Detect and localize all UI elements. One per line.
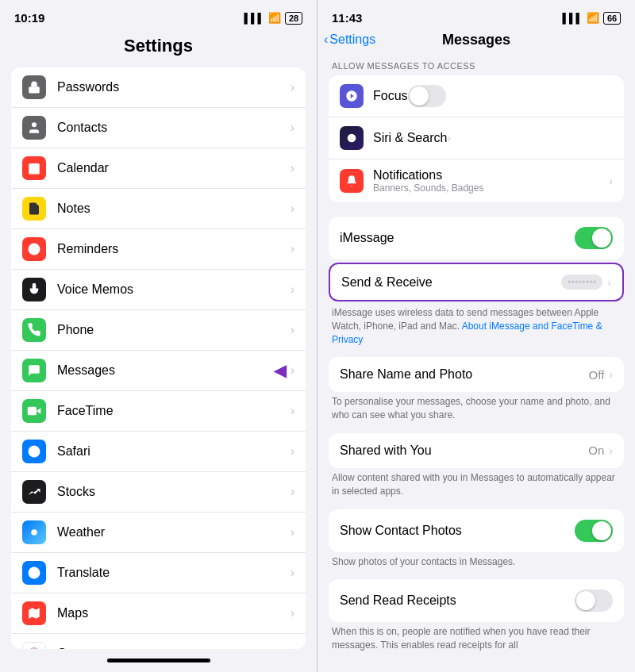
share-name-item[interactable]: Share Name and Photo Off › bbox=[329, 357, 624, 392]
calendar-label: Calendar bbox=[57, 161, 291, 175]
settings-item-contacts[interactable]: Contacts › bbox=[11, 108, 306, 148]
settings-item-stocks[interactable]: Stocks › bbox=[11, 472, 306, 513]
imessage-row[interactable]: iMessage bbox=[329, 217, 624, 259]
imessage-toggle-knob bbox=[592, 228, 611, 248]
stocks-arrow: › bbox=[291, 485, 294, 499]
read-receipts-desc: When this is on, people are notified whe… bbox=[318, 622, 635, 660]
stocks-label: Stocks bbox=[57, 485, 291, 499]
messages-arrow-group: ◀ › bbox=[274, 361, 294, 380]
settings-item-translate[interactable]: Translate › bbox=[11, 553, 306, 593]
maps-arrow: › bbox=[291, 606, 294, 620]
contact-photos-label: Show Contact Photos bbox=[340, 524, 575, 538]
settings-item-compass[interactable]: Compass › bbox=[11, 634, 306, 649]
settings-item-reminders[interactable]: Reminders › bbox=[11, 229, 306, 270]
read-receipts-toggle[interactable] bbox=[575, 589, 613, 612]
translate-label: Translate bbox=[57, 566, 291, 580]
notifications-content: Notifications Banners, Sounds, Badges bbox=[373, 168, 609, 194]
settings-list: Passwords › Contacts › Calendar › Notes … bbox=[11, 67, 306, 649]
right-header: ‹ Settings Messages bbox=[318, 29, 635, 55]
phone-label: Phone bbox=[57, 323, 291, 337]
translate-icon bbox=[22, 561, 46, 585]
share-name-row: Share Name and Photo Off › bbox=[329, 357, 624, 392]
passwords-label: Passwords bbox=[57, 80, 291, 94]
focus-label: Focus bbox=[373, 89, 408, 103]
shared-with-you-item[interactable]: Shared with You On › bbox=[329, 433, 624, 468]
shared-with-you-arrow: › bbox=[609, 444, 613, 457]
allow-section-label: ALLOW MESSAGES TO ACCESS bbox=[318, 55, 635, 75]
settings-item-phone[interactable]: Phone › bbox=[11, 310, 306, 351]
maps-label: Maps bbox=[57, 606, 291, 620]
send-receive-arrow: › bbox=[607, 276, 611, 289]
battery-indicator: 28 bbox=[285, 12, 302, 25]
passwords-arrow: › bbox=[291, 80, 294, 94]
safari-arrow: › bbox=[291, 444, 294, 459]
imessage-desc: iMessage uses wireless data to send mess… bbox=[318, 303, 635, 354]
notifications-icon bbox=[340, 169, 364, 193]
calendar-arrow: › bbox=[291, 161, 294, 175]
home-indicator bbox=[107, 659, 210, 662]
access-card: Focus Siri & Search › Notifications Bann… bbox=[329, 75, 624, 202]
settings-item-messages[interactable]: Messages ◀ › bbox=[11, 351, 306, 391]
right-battery-indicator: 66 bbox=[603, 12, 621, 25]
back-button[interactable]: ‹ Settings bbox=[324, 33, 375, 47]
imessage-toggle[interactable] bbox=[575, 227, 613, 249]
translate-arrow: › bbox=[291, 566, 294, 580]
left-page-title: Settings bbox=[0, 29, 317, 67]
voicememos-label: Voice Memos bbox=[57, 282, 291, 297]
contact-photos-toggle[interactable] bbox=[575, 520, 613, 542]
notifications-item[interactable]: Notifications Banners, Sounds, Badges › bbox=[329, 159, 624, 202]
notes-icon bbox=[22, 197, 46, 221]
passwords-icon bbox=[22, 75, 46, 99]
notes-label: Notes bbox=[57, 202, 291, 216]
settings-item-facetime[interactable]: FaceTime › bbox=[11, 391, 306, 432]
share-name-desc: To personalise your messages, choose you… bbox=[318, 392, 635, 430]
safari-icon bbox=[22, 440, 46, 463]
right-status-bar: 11:43 ▌▌▌ 📶 66 bbox=[318, 0, 635, 29]
weather-label: Weather bbox=[57, 525, 291, 540]
right-time: 11:43 bbox=[332, 11, 362, 25]
contact-photos-toggle-knob bbox=[592, 521, 611, 540]
siri-label: Siri & Search bbox=[373, 131, 447, 145]
left-time: 10:19 bbox=[14, 11, 44, 25]
read-receipts-row: Send Read Receipts bbox=[329, 579, 624, 622]
messages-label: Messages bbox=[57, 363, 274, 378]
back-label: Settings bbox=[329, 33, 375, 47]
reminders-icon bbox=[22, 237, 46, 261]
gap1 bbox=[318, 210, 635, 217]
share-name-label: Share Name and Photo bbox=[340, 367, 589, 382]
settings-item-weather[interactable]: Weather › bbox=[11, 513, 306, 553]
right-panel: 11:43 ▌▌▌ 📶 66 ‹ Settings Messages ALLOW… bbox=[318, 0, 635, 672]
contact-photos-row: Show Contact Photos bbox=[329, 509, 624, 552]
messages-arrow: › bbox=[291, 363, 294, 378]
contacts-label: Contacts bbox=[57, 121, 291, 135]
settings-item-notes[interactable]: Notes › bbox=[11, 189, 306, 229]
reminders-label: Reminders bbox=[57, 242, 291, 256]
svg-line-15 bbox=[29, 528, 30, 528]
right-wifi-icon: 📶 bbox=[587, 12, 599, 24]
focus-toggle[interactable] bbox=[408, 85, 446, 107]
settings-item-safari[interactable]: Safari › bbox=[11, 432, 306, 472]
signal-icon: ▌▌▌ bbox=[244, 13, 264, 24]
siri-item[interactable]: Siri & Search › bbox=[329, 117, 624, 159]
shared-with-you-value: On bbox=[588, 444, 604, 457]
svg-rect-0 bbox=[29, 86, 40, 93]
maps-icon bbox=[22, 601, 46, 625]
read-receipts-item[interactable]: Send Read Receipts bbox=[329, 579, 624, 622]
settings-item-calendar[interactable]: Calendar › bbox=[11, 148, 306, 189]
focus-item[interactable]: Focus bbox=[329, 75, 624, 117]
settings-item-passwords[interactable]: Passwords › bbox=[11, 67, 306, 108]
shared-with-you-desc: Allow content shared with you in Message… bbox=[318, 468, 635, 506]
calendar-icon bbox=[22, 156, 46, 180]
voicememos-arrow: › bbox=[291, 282, 294, 297]
safari-label: Safari bbox=[57, 444, 291, 459]
notes-arrow: › bbox=[291, 202, 294, 216]
phone-icon bbox=[22, 318, 46, 342]
send-receive-row[interactable]: Send & Receive •••••••• › bbox=[329, 263, 624, 301]
facetime-label: FaceTime bbox=[57, 404, 291, 418]
send-receive-label: Send & Receive bbox=[341, 275, 561, 290]
contact-photos-item[interactable]: Show Contact Photos bbox=[329, 509, 624, 552]
settings-item-maps[interactable]: Maps › bbox=[11, 593, 306, 634]
settings-item-voicememos[interactable]: Voice Memos › bbox=[11, 270, 306, 310]
share-name-value: Off bbox=[589, 368, 605, 382]
left-status-icons: ▌▌▌ 📶 28 bbox=[244, 12, 302, 25]
